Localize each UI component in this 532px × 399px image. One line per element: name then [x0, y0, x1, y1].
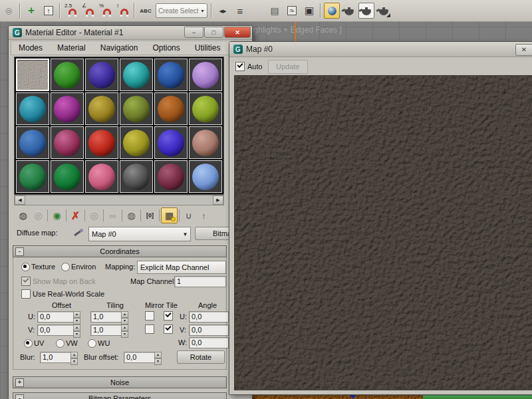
rendered-frame-window-icon[interactable] [358, 3, 374, 19]
expand-icon[interactable]: + [15, 378, 24, 387]
u-offset-field[interactable]: 0,0 [37, 311, 76, 323]
u-angle-field[interactable]: 0,0 [189, 311, 229, 323]
sample-slot[interactable] [51, 92, 84, 125]
u-tile-checkbox[interactable] [164, 311, 173, 321]
sample-slot[interactable] [189, 126, 222, 159]
menu-utilities[interactable]: Utilities [188, 43, 228, 53]
sample-slot[interactable] [154, 59, 188, 91]
menu-options[interactable]: Options [145, 43, 187, 53]
sample-slot[interactable] [16, 126, 49, 159]
mapping-combobox[interactable]: Explicit Map Channel [137, 261, 226, 274]
spinner-snap-toggle-icon[interactable]: ↕ [115, 3, 131, 19]
sample-slot[interactable] [120, 92, 153, 125]
keyboard-shortcut-override-icon[interactable]: ↑ [41, 3, 57, 19]
sample-slot[interactable] [154, 160, 188, 193]
material-id-channel-icon[interactable]: [0] [142, 208, 158, 223]
v-tiling-spinner[interactable]: ▴▾ [121, 325, 128, 338]
scroll-right-icon[interactable]: ▶ [213, 196, 223, 205]
align-icon[interactable]: ≡ [232, 3, 248, 19]
material-editor-titlebar[interactable]: G Material Editor - Material #1 – □ ✕ [9, 26, 252, 40]
chevron-down-icon[interactable]: ▼ [180, 231, 190, 237]
slot-scrollbar[interactable]: ◀ ▶ [14, 195, 224, 205]
clipped-icon[interactable]: ◎ [1, 3, 17, 19]
v-mirror-checkbox[interactable] [145, 325, 154, 334]
uv-radio[interactable] [24, 339, 33, 348]
sample-slot[interactable] [85, 126, 118, 159]
sample-slot[interactable] [85, 59, 118, 91]
auto-checkbox[interactable] [235, 62, 245, 71]
scroll-left-icon[interactable]: ◀ [15, 196, 25, 205]
collapse-icon[interactable]: - [15, 394, 24, 399]
material-editor-icon[interactable] [324, 3, 340, 19]
menu-modes[interactable]: Modes [11, 43, 50, 53]
v-tiling-field[interactable]: 1,0 [90, 325, 124, 336]
rotate-button[interactable]: Rotate [177, 350, 225, 364]
sample-slot[interactable] [85, 92, 118, 125]
map-window-titlebar[interactable]: G Map #0 ✕ [229, 42, 532, 57]
select-and-manipulate-icon[interactable]: + [23, 3, 39, 19]
map-name-combobox[interactable]: Map #0 ▼ [88, 227, 191, 241]
sample-slot[interactable] [120, 59, 153, 91]
show-map-on-back-checkbox[interactable] [21, 277, 31, 286]
texture-radio[interactable] [21, 263, 30, 271]
close-button[interactable]: ✕ [224, 27, 251, 38]
menu-material[interactable]: Material [50, 43, 93, 53]
pick-material-eyedropper-icon[interactable] [72, 227, 83, 238]
collapse-icon[interactable]: - [15, 247, 24, 256]
coordinates-rollout-header[interactable]: - Coordinates [13, 245, 227, 257]
reset-map-icon[interactable]: ✗ [68, 208, 83, 223]
get-material-icon[interactable]: ◍ [15, 208, 31, 223]
sample-slot[interactable] [189, 160, 222, 193]
v-offset-spinner[interactable]: ▴▾ [73, 325, 80, 338]
w-angle-field[interactable]: 0,0 [189, 337, 229, 348]
sample-slot[interactable] [189, 92, 222, 125]
sample-slot[interactable] [120, 160, 153, 193]
sample-slot[interactable] [16, 160, 49, 193]
render-setup-icon[interactable] [341, 3, 357, 19]
environ-radio[interactable] [61, 263, 70, 271]
show-end-result-icon[interactable]: ∪ [181, 208, 196, 223]
update-button[interactable]: Update [268, 60, 308, 74]
u-mirror-checkbox[interactable] [145, 311, 154, 321]
sample-slot[interactable] [51, 126, 84, 159]
mirror-icon[interactable]: ◂▸ [215, 3, 231, 19]
sample-slot[interactable] [51, 59, 84, 91]
put-material-to-scene-icon[interactable]: ◎ [31, 208, 46, 223]
blur-field[interactable]: 1,0 [40, 352, 73, 363]
v-angle-field[interactable]: 0,0 [189, 325, 229, 336]
sample-slot[interactable] [51, 160, 84, 193]
make-material-copy-icon[interactable]: ◎ [86, 208, 102, 223]
map-channel-field[interactable]: 1 [174, 276, 226, 287]
v-offset-field[interactable]: 0,0 [37, 325, 76, 336]
layer-manager-icon[interactable]: ▤ [267, 3, 283, 19]
v-tile-checkbox[interactable] [164, 325, 173, 334]
vw-radio[interactable] [56, 339, 65, 348]
blur-offset-field[interactable]: 0,0 [124, 352, 157, 363]
angle-snap-toggle-icon[interactable]: ∠ [80, 3, 96, 19]
use-real-world-scale-checkbox[interactable] [21, 289, 31, 299]
sample-slot[interactable] [85, 160, 118, 193]
close-icon[interactable]: ✕ [515, 44, 532, 56]
noise-rollout-header[interactable]: + Noise [13, 376, 227, 388]
make-unique-icon[interactable]: ∞ [105, 208, 120, 223]
sample-slot[interactable] [16, 59, 49, 91]
snap-toggle-2-5d-icon[interactable]: 2.5 [63, 3, 79, 19]
show-map-in-viewport-icon[interactable]: ▦ [161, 207, 178, 223]
minimize-button[interactable]: – [184, 27, 203, 38]
u-tiling-field[interactable]: 1,0 [90, 311, 124, 323]
go-to-parent-icon[interactable]: ↑ [196, 208, 211, 223]
blur-spinner[interactable]: ▴▾ [70, 352, 78, 365]
sample-slot[interactable] [189, 59, 222, 91]
assign-material-to-selection-icon[interactable]: ◉ [49, 208, 65, 223]
bitmap-parameters-rollout-header[interactable]: - Bitmap Parameters [13, 392, 227, 399]
wu-radio[interactable] [88, 339, 96, 348]
percent-snap-toggle-icon[interactable]: % [98, 3, 114, 19]
maximize-button[interactable]: □ [204, 27, 223, 38]
sample-slot[interactable] [154, 126, 188, 159]
schematic-view-icon[interactable]: ▣ [301, 3, 317, 19]
edit-named-selection-sets-icon[interactable]: ABC [138, 3, 154, 19]
sample-slot[interactable] [154, 92, 188, 125]
blur-offset-spinner[interactable]: ▴▾ [154, 352, 162, 365]
u-tiling-spinner[interactable]: ▴▾ [121, 311, 128, 325]
render-production-icon[interactable] [376, 3, 392, 19]
